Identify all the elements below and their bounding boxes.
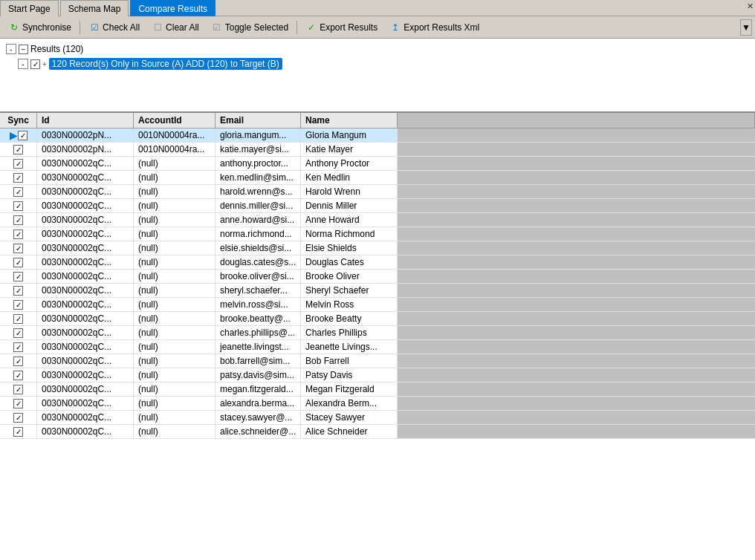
cell-sync[interactable]: ▶ (0, 128, 37, 142)
table-row[interactable]: 0030N00002qC...(null)melvin.ross@si...Me… (0, 298, 755, 312)
cell-sync[interactable] (0, 298, 37, 311)
tab-start-page[interactable]: Start Page (0, 0, 59, 16)
table-row[interactable]: 0030N00002qC...(null)bob.farrell@sim...B… (0, 354, 755, 368)
col-header-email[interactable]: Email (216, 113, 301, 128)
cell-sync[interactable] (0, 185, 37, 198)
col-header-id[interactable]: Id (37, 113, 134, 128)
table-row[interactable]: 0030N00002qC...(null)ken.medlin@sim...Ke… (0, 171, 755, 185)
row-checkbox[interactable] (13, 272, 23, 281)
table-row[interactable]: 0030N00002qC...(null)anne.howard@si...An… (0, 213, 755, 227)
cell-sync[interactable] (0, 213, 37, 227)
cell-sync[interactable] (0, 284, 37, 297)
row-checkbox[interactable] (13, 215, 23, 225)
table-row[interactable]: 0030N00002qC...(null)charles.phillips@..… (0, 326, 755, 340)
cell-sync[interactable] (0, 171, 37, 184)
row-checkbox[interactable] (13, 187, 23, 197)
clear-all-button[interactable]: ☐ Clear All (146, 19, 204, 36)
table-row[interactable]: 0030N00002qC...(null)patsy.davis@sim...P… (0, 368, 755, 382)
table-row[interactable]: 0030N00002qC...(null)jeanette.livingst..… (0, 340, 755, 354)
row-checkbox[interactable] (13, 328, 23, 338)
row-checkbox[interactable] (13, 314, 23, 324)
row-checkbox[interactable] (18, 131, 27, 140)
cell-sync[interactable] (0, 340, 37, 354)
table-row[interactable]: 0030N00002qC...(null)megan.fitzgerald...… (0, 382, 755, 397)
cell-id: 0030N00002pN... (37, 128, 134, 142)
row-checkbox[interactable] (13, 229, 23, 239)
tree-child-collapse-btn[interactable]: - (18, 59, 28, 69)
cell-sync[interactable] (0, 157, 37, 170)
table-row[interactable]: 0030N00002qC...(null)elsie.shields@si...… (0, 241, 755, 255)
table-row[interactable]: 0030N00002qC...(null)brooke.beatty@...Br… (0, 312, 755, 326)
cell-sync[interactable] (0, 368, 37, 382)
tree-arrow-icon: + (42, 60, 47, 68)
table-row[interactable]: 0030N00002qC...(null)alice.schneider@...… (0, 425, 755, 439)
table-row[interactable]: 0030N00002pN...0010N00004ra...katie.maye… (0, 143, 755, 157)
tree-root-checkbox[interactable] (19, 45, 28, 54)
row-checkbox[interactable] (13, 201, 23, 211)
row-checkbox[interactable] (13, 286, 23, 296)
cell-email: katie.mayer@si... (216, 143, 301, 156)
cell-sync[interactable] (0, 143, 37, 156)
table-row[interactable]: 0030N00002qC...(null)brooke.oliver@si...… (0, 270, 755, 284)
export-results-xml-button[interactable]: ↥ Export Results Xml (384, 19, 485, 36)
check-all-button[interactable]: ☑ Check All (83, 19, 145, 36)
row-checkbox[interactable] (13, 342, 23, 352)
tree-collapse-btn[interactable]: - (6, 44, 16, 54)
export-xml-icon: ↥ (389, 22, 401, 33)
synchronise-label: Synchronise (22, 22, 71, 33)
toggle-selected-button[interactable]: ☑ Toggle Selected (206, 19, 294, 36)
grid-body[interactable]: ▶0030N00002pN...0010N00004ra...gloria.ma… (0, 128, 755, 548)
cell-sync[interactable] (0, 241, 37, 255)
cell-email: alice.schneider@... (216, 425, 301, 438)
cell-name: Sheryl Schaefer (301, 284, 398, 297)
cell-sync[interactable] (0, 382, 37, 396)
row-checkbox[interactable] (13, 258, 23, 267)
cell-accountid: (null) (134, 382, 216, 396)
table-row[interactable]: 0030N00002qC...(null)sheryl.schaefer...S… (0, 284, 755, 298)
row-checkbox[interactable] (13, 356, 23, 366)
table-row[interactable]: ▶0030N00002pN...0010N00004ra...gloria.ma… (0, 128, 755, 143)
cell-sync[interactable] (0, 411, 37, 424)
tab-close-button[interactable]: ✕ (747, 1, 754, 11)
export-results-button[interactable]: ✓ Export Results (300, 19, 383, 36)
cell-sync[interactable] (0, 199, 37, 212)
tree-child-checkbox[interactable] (30, 59, 40, 69)
tree-child-row[interactable]: - + 120 Record(s) Only in Source (A) ADD… (3, 56, 752, 71)
table-row[interactable]: 0030N00002qC...(null)stacey.sawyer@...St… (0, 411, 755, 425)
table-row[interactable]: 0030N00002qC...(null)norma.richmond...No… (0, 227, 755, 241)
row-checkbox[interactable] (13, 385, 23, 394)
row-checkbox[interactable] (13, 300, 23, 310)
row-checkbox[interactable] (13, 159, 23, 169)
cell-rest (398, 382, 755, 396)
tree-root-row[interactable]: - Results (120) (3, 42, 752, 56)
cell-id: 0030N00002qC... (37, 368, 134, 382)
toolbar-dropdown[interactable]: ▼ (740, 19, 752, 36)
table-row[interactable]: 0030N00002qC...(null)douglas.cates@s...D… (0, 255, 755, 270)
cell-sync[interactable] (0, 227, 37, 241)
synchronise-button[interactable]: ↻ Synchronise (3, 19, 77, 36)
cell-sync[interactable] (0, 255, 37, 269)
table-row[interactable]: 0030N00002qC...(null)anthony.proctor...A… (0, 157, 755, 171)
col-header-name[interactable]: Name (301, 113, 398, 128)
row-checkbox[interactable] (13, 399, 23, 408)
tab-schema-map[interactable]: Schema Map (60, 0, 129, 16)
cell-sync[interactable] (0, 326, 37, 339)
cell-sync[interactable] (0, 312, 37, 325)
table-row[interactable]: 0030N00002qC...(null)alexandra.berma...A… (0, 397, 755, 411)
row-checkbox[interactable] (13, 413, 23, 423)
table-row[interactable]: 0030N00002qC...(null)dennis.miller@si...… (0, 199, 755, 213)
row-checkbox[interactable] (13, 145, 23, 154)
cell-name: Charles Phillips (301, 326, 398, 339)
tab-compare-results[interactable]: Compare Results (130, 0, 216, 16)
row-checkbox[interactable] (13, 371, 23, 380)
row-checkbox[interactable] (13, 244, 23, 253)
row-checkbox[interactable] (13, 427, 23, 437)
col-header-accountid[interactable]: AccountId (134, 113, 216, 128)
table-row[interactable]: 0030N00002qC...(null)harold.wrenn@s...Ha… (0, 185, 755, 199)
cell-accountid: (null) (134, 411, 216, 424)
cell-sync[interactable] (0, 270, 37, 283)
row-checkbox[interactable] (13, 173, 23, 183)
cell-sync[interactable] (0, 397, 37, 410)
cell-sync[interactable] (0, 354, 37, 368)
cell-sync[interactable] (0, 425, 37, 438)
